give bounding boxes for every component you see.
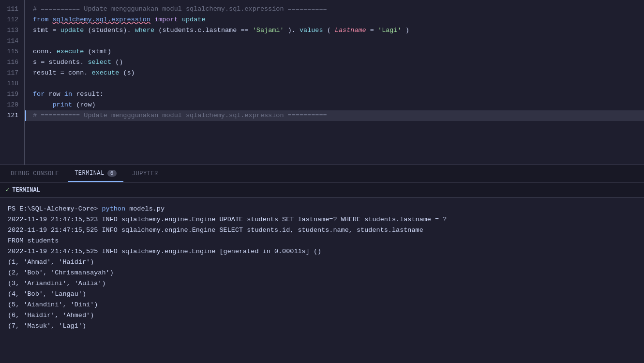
output-text-4: 2022-11-19 21:47:15,525 INFO sqlalchemy.… [8, 248, 321, 255]
output-text-from: FROM students [8, 237, 59, 244]
terminal-result-1: (1, 'Ahmad', 'Haidir') [8, 257, 636, 268]
code-line-121: # ========== Update mengggunakan modul s… [25, 110, 644, 121]
execute-method-1: execute [57, 48, 84, 55]
result-text-6: (6, 'Haidir', 'Ahmed') [8, 312, 94, 319]
paren1: (students). [88, 27, 131, 34]
code-line-112: from sqlalchemy.sql.expression import up… [33, 15, 644, 25]
lagi-str: 'Lagi' [378, 27, 402, 34]
code-line-111: # ========== Update mengggunakan modul s… [33, 4, 644, 15]
jupyter-label: JUPYTER [132, 170, 158, 177]
terminal-result-3: (3, 'Ariandini', 'Aulia') [8, 278, 636, 289]
code-line-115: conn. execute (stmt) [33, 46, 644, 57]
debug-console-label: DEBUG CONSOLE [11, 170, 59, 177]
comment-111: # ========== Update mengggunakan modul s… [33, 5, 327, 13]
select-method: select [88, 59, 111, 66]
line-num-114: 114 [0, 36, 24, 46]
tab-jupyter[interactable]: JUPYTER [125, 165, 165, 182]
line-num-118: 118 [0, 78, 24, 89]
terminal-prompt: PS E:\SQL-Alchemy-Core> [8, 205, 102, 212]
terminal-label: TERMINAL [75, 170, 105, 177]
terminal-section: ✓ TERMINAL PS E:\SQL-Alchemy-Core> pytho… [0, 182, 644, 363]
line-num-113: 113 [0, 25, 24, 36]
code-line-113: stmt = update (students). where (student… [33, 25, 644, 36]
terminal-content[interactable]: PS E:\SQL-Alchemy-Core> python models.py… [0, 198, 644, 363]
result-text-7: (7, 'Masuk', 'Lagi') [8, 322, 86, 330]
line-num-116: 116 [0, 57, 24, 68]
result-in: result: [76, 91, 104, 98]
result-text-5: (5, 'Aiandini', 'Dini') [8, 301, 98, 308]
code-line-118 [33, 78, 644, 89]
conn-var: conn. [33, 48, 53, 55]
code-line-119: for row in result: [33, 89, 644, 100]
sajami-str: 'Sajami' [253, 27, 284, 34]
terminal-result-2: (2, 'Bob', 'Chrismansayah') [8, 268, 636, 278]
result-text-1: (1, 'Ahmad', 'Haidir') [8, 258, 94, 266]
output-text-1: 2022-11-19 21:47:15,523 INFO sqlalchemy.… [8, 216, 447, 223]
kw-print: print [53, 101, 73, 108]
line-num-121: 121 [0, 110, 24, 121]
space-for: row [48, 91, 64, 98]
lastname-param: Lastname [335, 27, 366, 34]
tab-terminal[interactable]: TERMINAL 6 [68, 165, 123, 182]
result-var: result = conn. [33, 69, 88, 76]
terminal-filename: models.py [129, 205, 165, 212]
values-call-pre: ). [288, 27, 296, 34]
execute-args-2: (s) [123, 69, 135, 76]
close-paren: ) [405, 27, 409, 34]
kw-from: from [33, 16, 48, 23]
execute-method-2: execute [92, 69, 120, 76]
terminal-badge: 6 [107, 170, 117, 177]
result-text-4: (4, 'Bob', 'Langau') [8, 290, 86, 298]
line-num-115: 115 [0, 46, 24, 57]
line-num-119: 119 [0, 89, 24, 100]
kw-in: in [64, 91, 72, 98]
s-var: s = students. [33, 59, 84, 66]
terminal-header: ✓ TERMINAL [0, 182, 644, 198]
where-call: where [135, 27, 155, 34]
update-call: update [60, 27, 84, 34]
terminal-output-1: 2022-11-19 21:47:15,523 INFO sqlalchemy.… [8, 214, 636, 225]
select-parens: () [115, 59, 123, 66]
terminal-result-7: (7, 'Masuk', 'Lagi') [8, 321, 636, 332]
output-text-2: 2022-11-19 21:47:15,525 INFO sqlalchemy.… [8, 227, 423, 234]
terminal-output-4: 2022-11-19 21:47:15,525 INFO sqlalchemy.… [8, 246, 636, 257]
comment-121: # ========== Update mengggunakan modul s… [33, 112, 327, 119]
terminal-prompt-line: PS E:\SQL-Alchemy-Core> python models.py [8, 204, 636, 214]
line-num-120: 120 [0, 100, 24, 110]
eq: = [370, 27, 378, 34]
kw-import: import [154, 16, 178, 23]
result-text-2: (2, 'Bob', 'Chrismansayah') [8, 269, 114, 276]
stmt-var: stmt = [33, 27, 60, 34]
print-args: (row) [76, 101, 96, 108]
line-num-117: 117 [0, 68, 24, 78]
code-line-117: result = conn. execute (s) [33, 68, 644, 78]
terminal-result-5: (5, 'Aiandini', 'Dini') [8, 300, 636, 310]
line-numbers: 111 112 113 114 115 116 117 118 119 120 … [0, 0, 25, 165]
result-text-3: (3, 'Ariandini', 'Aulia') [8, 280, 106, 287]
code-line-120: print (row) [33, 100, 644, 110]
editor-area: 111 112 113 114 115 116 117 118 119 120 … [0, 0, 644, 165]
terminal-result-6: (6, 'Haidir', 'Ahmed') [8, 310, 636, 321]
terminal-command: python [102, 205, 125, 212]
execute-args-1: (stmt) [88, 48, 111, 55]
where-args: (students.c.lastname == [158, 27, 252, 34]
module-name: sqlalchemy.sql.expression [53, 16, 151, 23]
kw-for: for [33, 91, 45, 98]
code-line-116: s = students. select () [33, 57, 644, 68]
paren2: ( [327, 27, 331, 34]
line-num-112: 112 [0, 15, 24, 25]
terminal-output-2: 2022-11-19 21:47:15,525 INFO sqlalchemy.… [8, 225, 636, 236]
check-icon: ✓ [6, 186, 9, 194]
indent-120 [33, 101, 48, 108]
terminal-output-3: FROM students [8, 236, 636, 246]
values-call: values [300, 27, 323, 34]
code-content: # ========== Update mengggunakan modul s… [25, 0, 644, 165]
line-num-111: 111 [0, 4, 24, 15]
terminal-result-4: (4, 'Bob', 'Langau') [8, 289, 636, 300]
terminal-title: TERMINAL [12, 187, 40, 194]
update-fn: update [182, 16, 206, 23]
tab-bar: DEBUG CONSOLE TERMINAL 6 JUPYTER [0, 165, 644, 182]
tab-debug-console[interactable]: DEBUG CONSOLE [4, 165, 66, 182]
code-line-114 [33, 36, 644, 46]
